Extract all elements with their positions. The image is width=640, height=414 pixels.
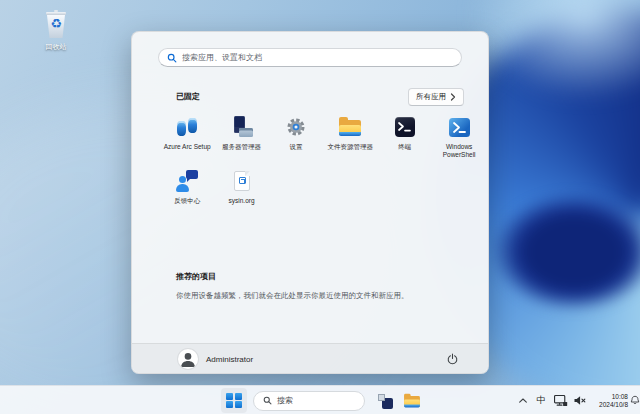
pinned-app-terminal[interactable]: 终端 <box>378 112 432 166</box>
recommended-section-header: 推荐的项目 <box>176 271 216 282</box>
chevron-up-icon <box>518 396 528 405</box>
search-icon <box>263 396 272 405</box>
power-button[interactable] <box>442 349 462 369</box>
clock-time: 10:08 <box>590 393 628 401</box>
taskbar-search-box[interactable]: 搜索 <box>253 391 365 411</box>
start-menu-user-bar: Administrator <box>132 343 488 373</box>
pinned-section-header: 已固定 <box>176 91 200 102</box>
power-icon <box>446 353 459 366</box>
taskbar-server-manager-button[interactable] <box>372 388 398 413</box>
recycle-bin-icon: ♻ <box>43 10 69 40</box>
taskbar: 搜索 中 10 <box>0 385 640 414</box>
pinned-app-azure-arc-setup[interactable]: Azure Arc Setup <box>160 112 214 166</box>
pinned-app-label: 终端 <box>378 143 432 151</box>
server-manager-icon <box>230 115 254 139</box>
recycle-bin-desktop-icon[interactable]: ♻ 回收站 <box>26 10 86 52</box>
pinned-app-file-explorer[interactable]: 文件资源管理器 <box>323 112 377 166</box>
all-apps-button[interactable]: 所有应用 <box>408 88 464 106</box>
bell-icon <box>629 394 640 407</box>
pinned-app-label: 设置 <box>269 143 323 151</box>
web-shortcut-icon <box>234 171 250 191</box>
file-explorer-folder-icon <box>338 116 362 138</box>
start-button[interactable] <box>221 388 247 413</box>
pinned-apps-grid: Azure Arc Setup 服务器管理器 设置 文件资源管理器 <box>160 112 486 220</box>
terminal-icon <box>395 117 415 137</box>
server-manager-icon <box>377 393 393 409</box>
pinned-app-label: Azure Arc Setup <box>160 143 214 151</box>
hidden-icons-button[interactable] <box>514 389 532 412</box>
recycle-bin-label: 回收站 <box>26 42 86 52</box>
speaker-muted-icon <box>573 395 587 406</box>
pinned-app-server-manager[interactable]: 服务器管理器 <box>214 112 268 166</box>
chevron-right-icon <box>450 93 456 101</box>
pinned-app-settings[interactable]: 设置 <box>269 112 323 166</box>
pinned-app-sysin-org[interactable]: sysin.org <box>214 166 268 220</box>
all-apps-label: 所有应用 <box>416 92 446 102</box>
pinned-app-label: sysin.org <box>215 197 269 205</box>
network-icon[interactable] <box>550 389 570 412</box>
powershell-icon <box>449 118 470 137</box>
start-menu: 已固定 所有应用 Azure Arc Setup 服务器管理器 <box>131 31 489 374</box>
ethernet-network-icon <box>553 394 568 407</box>
settings-gear-icon <box>285 116 307 138</box>
taskbar-clock[interactable]: 10:08 2024/10/8 <box>590 389 628 412</box>
user-avatar-icon <box>178 349 198 369</box>
ime-indicator[interactable]: 中 <box>532 389 550 412</box>
file-explorer-folder-icon <box>403 393 420 409</box>
clock-date: 2024/10/8 <box>590 401 628 409</box>
pinned-app-label: 文件资源管理器 <box>323 143 377 151</box>
notifications-button[interactable] <box>628 389 640 412</box>
search-icon <box>167 53 177 63</box>
pinned-app-label: 反馈中心 <box>160 197 214 205</box>
feedback-hub-icon <box>175 170 199 192</box>
recommended-empty-text: 你使用设备越频繁，我们就会在此处显示你最近使用的文件和新应用。 <box>176 291 458 301</box>
user-name-label: Administrator <box>206 355 253 364</box>
azure-arc-icon <box>176 118 198 137</box>
pinned-app-feedback-hub[interactable]: 反馈中心 <box>160 166 214 220</box>
pinned-app-label: Windows PowerShell <box>432 143 486 159</box>
taskbar-search-label: 搜索 <box>277 395 293 406</box>
start-search-input[interactable] <box>182 53 453 62</box>
pinned-app-label: 服务器管理器 <box>215 143 269 151</box>
volume-icon[interactable] <box>570 389 590 412</box>
taskbar-file-explorer-button[interactable] <box>399 388 425 413</box>
start-search-box[interactable] <box>158 48 462 67</box>
recycle-arrows-icon: ♻ <box>43 17 69 31</box>
windows-logo-icon <box>226 393 242 409</box>
pinned-app-windows-powershell[interactable]: Windows PowerShell <box>432 112 486 166</box>
user-account-button[interactable] <box>178 349 198 369</box>
